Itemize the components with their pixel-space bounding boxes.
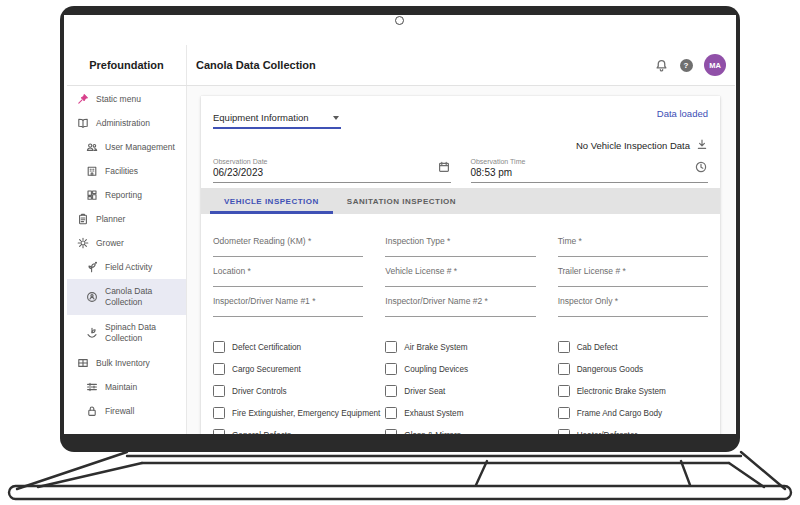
download-label: No Vehicle Inspection Data xyxy=(576,140,690,151)
calendar-icon[interactable] xyxy=(438,159,450,177)
defect-checkbox-grid: Defect Certification Cargo Securement Dr… xyxy=(213,336,708,434)
trailer-license-field[interactable]: Trailer License # * xyxy=(558,265,708,287)
sidebar-item-spinach-data-collection[interactable]: Spinach Data Collection xyxy=(67,315,186,351)
checkbox-electronic-brake-system[interactable]: Electronic Brake System xyxy=(558,380,708,402)
vehicle-license-field[interactable]: Vehicle License # * xyxy=(385,265,535,287)
sidebar-item-firewall[interactable]: Firewall xyxy=(67,399,186,423)
checkbox-coupling-devices[interactable]: Coupling Devices xyxy=(385,358,535,380)
sidebar-item-label: Firewall xyxy=(105,406,134,417)
time-field[interactable]: Time * xyxy=(558,235,708,257)
checkbox[interactable] xyxy=(213,385,225,397)
sidebar-item-canola-data-collection[interactable]: Canola Data Collection xyxy=(67,279,186,315)
tune-icon xyxy=(86,381,98,393)
lock-icon xyxy=(86,405,98,417)
boxes-icon xyxy=(77,357,89,369)
main-content: Equipment Information Data loaded No Veh… xyxy=(187,86,735,434)
checkbox-dangerous-goods[interactable]: Dangerous Goods xyxy=(558,358,708,380)
header-actions: ? MA xyxy=(654,54,735,76)
sidebar: Static menu Administration xyxy=(67,86,187,434)
sidebar-item-label: Static menu xyxy=(96,94,141,105)
sidebar-item-label: Spinach Data Collection xyxy=(105,322,183,343)
checkbox-exhaust-system[interactable]: Exhaust System xyxy=(385,402,535,424)
pin-icon xyxy=(77,93,89,105)
checkbox[interactable] xyxy=(558,429,570,434)
checkbox[interactable] xyxy=(558,407,570,419)
sidebar-item-user-management[interactable]: User Management xyxy=(67,135,186,159)
checkbox-column-3: Cab Defect Dangerous Goods Electronic Br… xyxy=(558,336,708,434)
checkbox-column-1: Defect Certification Cargo Securement Dr… xyxy=(213,336,363,434)
sidebar-item-bulk-inventory[interactable]: Bulk Inventory xyxy=(67,351,186,375)
checkbox[interactable] xyxy=(213,429,225,434)
checkbox-driver-seat[interactable]: Driver Seat xyxy=(385,380,535,402)
field-label: Observation Date xyxy=(213,158,451,165)
seed-icon xyxy=(86,291,98,303)
sidebar-item-static-menu[interactable]: Static menu xyxy=(67,87,186,111)
page-title: Canola Data Collection xyxy=(187,59,316,71)
checkbox-heater-defroster[interactable]: Heater/Defroster xyxy=(558,424,708,434)
checkbox[interactable] xyxy=(213,407,225,419)
inspector-driver-name-2-field[interactable]: Inspector/Driver Name #2 * xyxy=(385,295,535,317)
checkbox-defect-certification[interactable]: Defect Certification xyxy=(213,336,363,358)
gear-icon xyxy=(77,237,89,249)
checkbox-glass-mirrors[interactable]: Glass & Mirrors xyxy=(385,424,535,434)
sidebar-item-reporting[interactable]: Reporting xyxy=(67,183,186,207)
inspection-tab-bar: VEHICLE INSPECTION SANITATION INSPECTION xyxy=(201,188,720,214)
help-icon[interactable]: ? xyxy=(679,58,693,72)
section-select[interactable]: Equipment Information xyxy=(213,112,341,129)
book-icon xyxy=(77,117,89,129)
sidebar-item-field-activity[interactable]: Field Activity xyxy=(67,255,186,279)
brand-logo: Prefoundation xyxy=(67,45,187,85)
app-body: Static menu Administration xyxy=(67,86,735,434)
inspector-only-field[interactable]: Inspector Only * xyxy=(558,295,708,317)
sidebar-item-label: Facilities xyxy=(105,166,138,177)
laptop-screen: Prefoundation Canola Data Collection ? M… xyxy=(64,15,736,434)
bell-icon[interactable] xyxy=(654,58,668,72)
checkbox-general-defects[interactable]: General Defects xyxy=(213,424,363,434)
sidebar-item-facilities[interactable]: Facilities xyxy=(67,159,186,183)
datetime-row: Observation Date 06/23/2023 Observation … xyxy=(213,158,708,183)
sidebar-item-grower[interactable]: Grower xyxy=(67,231,186,255)
checkbox[interactable] xyxy=(385,341,397,353)
sidebar-item-administration[interactable]: Administration xyxy=(67,111,186,135)
inspection-type-field[interactable]: Inspection Type * xyxy=(385,235,535,257)
checkbox[interactable] xyxy=(385,429,397,434)
checkbox[interactable] xyxy=(213,363,225,375)
checkbox-cab-defect[interactable]: Cab Defect xyxy=(558,336,708,358)
clock-icon[interactable] xyxy=(695,159,707,177)
checkbox-air-brake-system[interactable]: Air Brake System xyxy=(385,336,535,358)
sidebar-item-label: Administration xyxy=(96,118,150,129)
checkbox-frame-and-cargo-body[interactable]: Frame And Cargo Body xyxy=(558,402,708,424)
sidebar-item-label: Maintain xyxy=(105,382,137,393)
download-inspection-data[interactable]: No Vehicle Inspection Data xyxy=(576,139,708,151)
avatar[interactable]: MA xyxy=(704,54,726,76)
tab-sanitation-inspection[interactable]: SANITATION INSPECTION xyxy=(333,188,470,214)
checkbox[interactable] xyxy=(385,385,397,397)
chevron-down-icon xyxy=(333,116,339,120)
field-value: 08:53 pm xyxy=(471,167,709,178)
odometer-reading-field[interactable]: Odometer Reading (KM) * xyxy=(213,235,363,257)
inspector-driver-name-1-field[interactable]: Inspector/Driver Name #1 * xyxy=(213,295,363,317)
checkbox[interactable] xyxy=(558,341,570,353)
laptop-mockup: Prefoundation Canola Data Collection ? M… xyxy=(0,0,800,505)
observation-time-field[interactable]: Observation Time 08:53 pm xyxy=(471,158,709,183)
status-text: Data loaded xyxy=(657,108,708,119)
checkbox[interactable] xyxy=(558,385,570,397)
section-select-value: Equipment Information xyxy=(213,112,309,123)
checkbox[interactable] xyxy=(385,363,397,375)
observation-date-field[interactable]: Observation Date 06/23/2023 xyxy=(213,158,451,183)
checkbox[interactable] xyxy=(558,363,570,375)
app-window: Prefoundation Canola Data Collection ? M… xyxy=(67,45,735,434)
sidebar-item-label: User Management xyxy=(105,142,175,153)
sidebar-item-maintain[interactable]: Maintain xyxy=(67,375,186,399)
clipboard-icon xyxy=(77,213,89,225)
sidebar-item-planner[interactable]: Planner xyxy=(67,207,186,231)
location-field[interactable]: Location * xyxy=(213,265,363,287)
checkbox[interactable] xyxy=(213,341,225,353)
checkbox-cargo-securement[interactable]: Cargo Securement xyxy=(213,358,363,380)
checkbox[interactable] xyxy=(385,407,397,419)
tab-vehicle-inspection[interactable]: VEHICLE INSPECTION xyxy=(210,188,333,214)
checkbox-driver-controls[interactable]: Driver Controls xyxy=(213,380,363,402)
checkbox-fire-extinguisher[interactable]: Fire Extinguisher, Emergency Equipment xyxy=(213,402,363,424)
vehicle-inspection-form: Odometer Reading (KM) * Inspection Type … xyxy=(213,235,708,434)
building-icon xyxy=(86,165,98,177)
